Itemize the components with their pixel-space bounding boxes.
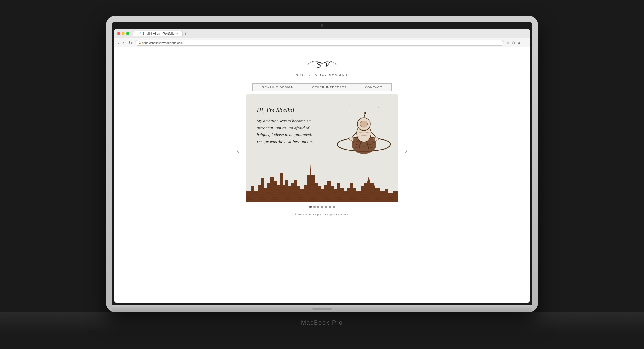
slider-prev-button[interactable]: ‹ [237, 147, 239, 155]
webpage-content: S V SHALINI VIJAY DESIGNS GRAPHIC DESIGN… [114, 47, 530, 303]
macbook-bottom-bar [112, 305, 532, 312]
nav-item-contact[interactable]: CONTACT [356, 84, 391, 91]
svg-marker-16 [246, 164, 398, 202]
back-button[interactable]: ‹ [117, 40, 120, 46]
tab-favicon: 📄 [137, 32, 141, 35]
slider-wrapper: ‹ › Hi, I'm Shalini. My ambition was to … [246, 94, 398, 208]
forward-button[interactable]: › [122, 40, 125, 46]
site-logo: S V [301, 54, 343, 73]
slide-body: My ambition was to become an astronaut. … [257, 117, 321, 145]
svg-text:S: S [317, 60, 321, 70]
slide-dot-5[interactable] [325, 206, 327, 208]
svg-point-13 [385, 104, 385, 105]
slide-dot-2[interactable] [313, 206, 316, 208]
screen-bezel: 📄 Shalini Vijay - Portfolio ✕ + ‹ › ↻ 🔒 … [112, 22, 532, 305]
bookmark-button[interactable]: ☆ [506, 41, 510, 45]
macbook-frame: 📄 Shalini Vijay - Portfolio ✕ + ‹ › ↻ 🔒 … [106, 16, 538, 312]
city-skyline [246, 157, 398, 202]
slider-dots [246, 206, 398, 208]
slider-next-button[interactable]: › [405, 147, 407, 155]
svg-point-14 [349, 105, 350, 106]
menu-button[interactable]: ⋮ [522, 41, 527, 45]
slider-container: Hi, I'm Shalini. My ambition was to beco… [246, 94, 398, 202]
slide-dot-4[interactable] [321, 206, 323, 208]
macbook-model-label: MacBook Pro [301, 319, 343, 326]
slide-1: Hi, I'm Shalini. My ambition was to beco… [246, 94, 398, 202]
new-tab-button[interactable]: + [184, 31, 187, 36]
refresh-button[interactable]: ↻ [128, 40, 133, 46]
browser-window: 📄 Shalini Vijay - Portfolio ✕ + ‹ › ↻ 🔒 … [114, 29, 530, 303]
astronaut-illustration [330, 98, 391, 162]
svg-point-10 [364, 112, 366, 114]
url-text: https://shalinivijayddesigns.com [142, 41, 183, 44]
nav-item-other-interests[interactable]: OTHER INTERESTS [303, 84, 356, 91]
slide-dot-1[interactable] [309, 206, 312, 208]
site-tagline: SHALINI VIJAY DESIGNS [296, 74, 348, 77]
site-header: S V SHALINI VIJAY DESIGNS [114, 47, 530, 81]
tab-title: Shalini Vijay - Portfolio [142, 32, 175, 35]
browser-titlebar: 📄 Shalini Vijay - Portfolio ✕ + [114, 29, 530, 38]
slide-text: Hi, I'm Shalini. My ambition was to beco… [257, 107, 321, 145]
site-footer: © 2019 Shalini Vijay. All Rights Reserve… [295, 213, 349, 216]
svg-point-6 [360, 121, 368, 127]
svg-point-8 [374, 137, 379, 140]
macbook-label-bar: MacBook Pro [0, 312, 644, 333]
nav-item-graphic-design[interactable]: GRAPHIC DESIGN [253, 84, 303, 91]
site-nav: GRAPHIC DESIGN OTHER INTERESTS CONTACT [252, 83, 391, 91]
svg-point-7 [349, 137, 354, 140]
toolbar-icons: ☆ ⬡ ◉ ⋮ [506, 41, 527, 45]
close-window-button[interactable] [117, 32, 120, 35]
lock-icon: 🔒 [138, 41, 141, 44]
slide-greeting: Hi, I'm Shalini. [257, 107, 321, 114]
browser-toolbar: ‹ › ↻ 🔒 https://shalinivijayddesigns.com… [114, 38, 530, 47]
camera-dot [321, 24, 323, 27]
profile-button[interactable]: ◉ [517, 41, 521, 45]
svg-text:V: V [324, 60, 331, 70]
slide-dot-6[interactable] [329, 206, 331, 208]
copyright-text: © 2019 Shalini Vijay. All Rights Reserve… [295, 213, 349, 216]
maximize-window-button[interactable] [126, 32, 129, 35]
tab-bar: 📄 Shalini Vijay - Portfolio ✕ + [133, 31, 527, 36]
svg-point-12 [383, 112, 384, 112]
slide-dot-3[interactable] [317, 206, 319, 208]
minimize-window-button[interactable] [122, 32, 125, 35]
slide-dot-7[interactable] [333, 206, 335, 208]
macbook-notch [312, 308, 332, 310]
extensions-button[interactable]: ⬡ [512, 41, 516, 45]
tab-close-icon[interactable]: ✕ [176, 32, 179, 35]
svg-line-9 [364, 114, 365, 118]
svg-point-11 [378, 107, 379, 108]
address-bar[interactable]: 🔒 https://shalinivijayddesigns.com [135, 40, 504, 46]
active-tab[interactable]: 📄 Shalini Vijay - Portfolio ✕ [133, 31, 183, 36]
